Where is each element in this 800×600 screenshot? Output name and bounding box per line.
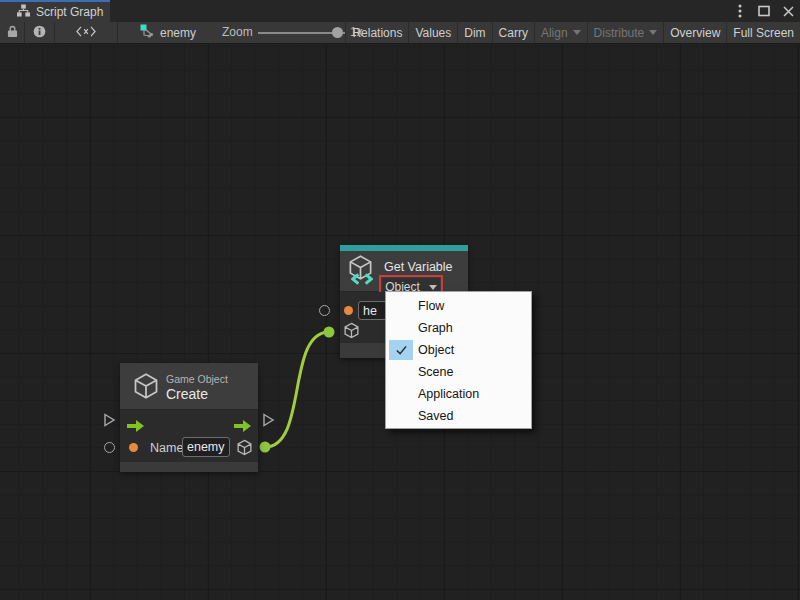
variable-name-port-dot[interactable] [344,306,353,315]
graph-toolbar: enemy Zoom 1x Relations Values Dim Carry… [0,22,800,44]
align-label: Align [541,26,568,40]
title-bar: Script Graph [0,0,800,22]
carry-button[interactable]: Carry [492,22,534,43]
create-name-input[interactable] [182,437,230,457]
window-controls [732,0,796,22]
relations-label: Relations [352,26,402,40]
create-node-body: Name [120,410,258,462]
flow-input-arrow-icon[interactable] [126,419,145,437]
menu-item-object[interactable]: Object [386,339,531,361]
menu-item-application-label: Application [418,387,479,401]
distribute-label: Distribute [594,26,645,40]
script-graph-window: Script Graph [0,0,800,600]
tab-title: Script Graph [36,5,103,19]
game-object-cube-icon [132,372,160,404]
variable-chevrons-icon [351,271,373,289]
checkmark-icon [395,345,408,356]
carry-label: Carry [499,26,528,40]
create-flow-output-port[interactable] [262,413,275,431]
maximize-button[interactable] [756,3,772,19]
menu-item-scene[interactable]: Scene [386,361,531,383]
get-variable-name-input-port[interactable] [319,305,330,316]
create-flow-input-port[interactable] [103,413,116,431]
target-gameobject-cube-icon[interactable] [343,322,360,343]
create-name-input-port[interactable] [104,442,115,453]
menu-item-graph[interactable]: Graph [386,317,531,339]
create-node-type-label: Game Object [166,373,228,385]
graph-canvas[interactable]: Game Object Create Name [0,44,800,600]
menu-item-flow[interactable]: Flow [386,295,531,317]
create-node-header[interactable]: Game Object Create [120,363,258,410]
create-output-port-connected[interactable] [260,442,271,453]
values-button[interactable]: Values [408,22,457,43]
toolbar-toggle-group: Relations Values Dim Carry Align Distrib… [345,22,800,43]
create-node-title: Create [166,386,208,402]
lock-icon [7,25,18,41]
dim-label: Dim [464,26,485,40]
lock-button[interactable] [0,22,25,43]
code-icon [76,26,96,40]
flow-output-arrow-icon[interactable] [233,419,252,437]
align-button[interactable]: Align [534,22,587,43]
info-icon [33,25,46,41]
distribute-caret-icon [649,30,657,35]
distribute-button[interactable]: Distribute [587,22,664,43]
zoom-label: Zoom [222,22,253,43]
create-node-footer [120,462,258,472]
graph-ref-icon [140,24,154,41]
create-game-object-node[interactable]: Game Object Create Name [120,363,258,472]
get-variable-title: Get Variable [384,260,453,274]
variable-scope-menu: Flow Graph Object Scene Application Save… [385,291,532,429]
info-button[interactable] [25,22,55,43]
tab-script-graph[interactable]: Script Graph [0,0,110,22]
overview-label: Overview [670,26,720,40]
zoom-slider-thumb[interactable] [332,27,343,38]
menu-item-saved-label: Saved [418,409,453,423]
menu-item-saved[interactable]: Saved [386,405,531,427]
full-screen-button[interactable]: Full Screen [726,22,800,43]
zoom-slider[interactable] [258,22,345,43]
relations-button[interactable]: Relations [345,22,408,43]
dim-button[interactable]: Dim [457,22,491,43]
name-port-dot[interactable] [129,443,138,452]
menu-item-object-label: Object [418,343,454,357]
graph-hierarchy-icon [17,4,30,20]
graph-name-label: enemy [160,26,196,40]
code-preview-button[interactable] [55,22,118,43]
checked-item-highlight [389,340,413,360]
get-variable-target-port-connected[interactable] [324,327,335,338]
menu-item-flow-label: Flow [418,299,444,313]
menu-item-graph-label: Graph [418,321,453,335]
get-variable-header[interactable]: Get Variable Object [340,251,468,292]
graph-breadcrumb[interactable]: enemy [132,22,204,43]
window-menu-button[interactable] [732,3,748,19]
menu-item-application[interactable]: Application [386,383,531,405]
name-port-label: Name [150,441,183,455]
close-button[interactable] [780,3,796,19]
values-label: Values [415,26,451,40]
gameobject-output-cube-icon[interactable] [236,439,253,460]
menu-item-scene-label: Scene [418,365,453,379]
full-screen-label: Full Screen [733,26,794,40]
align-caret-icon [573,30,581,35]
overview-button[interactable]: Overview [663,22,726,43]
